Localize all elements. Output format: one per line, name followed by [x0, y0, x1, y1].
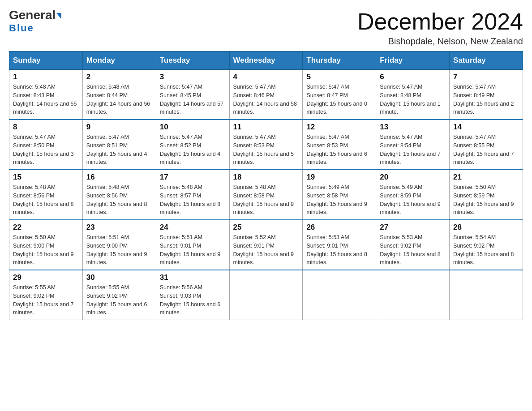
- day-number: 24: [160, 223, 226, 232]
- day-number: 26: [306, 223, 372, 232]
- calendar-cell: 10 Sunrise: 5:47 AM Sunset: 8:52 PM Dayl…: [156, 120, 229, 170]
- day-info: Sunrise: 5:47 AM Sunset: 8:52 PM Dayligh…: [160, 133, 226, 167]
- day-info: Sunrise: 5:47 AM Sunset: 8:54 PM Dayligh…: [380, 133, 446, 167]
- logo-text-line2: Blue: [9, 22, 34, 34]
- logo-text-line1: General: [9, 9, 61, 21]
- calendar-cell: 11 Sunrise: 5:47 AM Sunset: 8:53 PM Dayl…: [229, 120, 303, 170]
- calendar-cell: 7 Sunrise: 5:47 AM Sunset: 8:49 PM Dayli…: [450, 70, 523, 120]
- day-info: Sunrise: 5:47 AM Sunset: 8:55 PM Dayligh…: [453, 133, 519, 167]
- weekday-header-tuesday: Tuesday: [156, 51, 229, 70]
- calendar-cell: 21 Sunrise: 5:50 AM Sunset: 8:59 PM Dayl…: [450, 170, 523, 220]
- weekday-header-wednesday: Wednesday: [229, 51, 303, 70]
- day-info: Sunrise: 5:53 AM Sunset: 9:01 PM Dayligh…: [306, 233, 372, 267]
- calendar-cell: [450, 270, 523, 320]
- day-info: Sunrise: 5:50 AM Sunset: 8:59 PM Dayligh…: [453, 183, 519, 217]
- week-row-4: 22 Sunrise: 5:50 AM Sunset: 9:00 PM Dayl…: [9, 220, 523, 270]
- day-number: 12: [306, 123, 372, 132]
- day-number: 1: [13, 73, 79, 81]
- month-title: December 2024: [357, 9, 523, 34]
- day-info: Sunrise: 5:48 AM Sunset: 8:56 PM Dayligh…: [86, 183, 152, 217]
- calendar-cell: 5 Sunrise: 5:47 AM Sunset: 8:47 PM Dayli…: [303, 70, 376, 120]
- day-number: 28: [453, 223, 519, 232]
- day-info: Sunrise: 5:49 AM Sunset: 8:58 PM Dayligh…: [306, 183, 372, 217]
- day-number: 13: [380, 123, 446, 132]
- day-number: 23: [86, 223, 152, 232]
- calendar-cell: 24 Sunrise: 5:51 AM Sunset: 9:01 PM Dayl…: [156, 220, 229, 270]
- day-info: Sunrise: 5:48 AM Sunset: 8:56 PM Dayligh…: [13, 183, 79, 217]
- day-number: 29: [13, 273, 79, 282]
- week-row-1: 1 Sunrise: 5:48 AM Sunset: 8:43 PM Dayli…: [9, 70, 523, 120]
- calendar-cell: 9 Sunrise: 5:47 AM Sunset: 8:51 PM Dayli…: [82, 120, 156, 170]
- calendar-cell: 28 Sunrise: 5:54 AM Sunset: 9:02 PM Dayl…: [450, 220, 523, 270]
- calendar-cell: 3 Sunrise: 5:47 AM Sunset: 8:45 PM Dayli…: [156, 70, 229, 120]
- day-info: Sunrise: 5:54 AM Sunset: 9:02 PM Dayligh…: [453, 233, 519, 267]
- day-number: 11: [233, 123, 299, 132]
- day-number: 25: [233, 223, 299, 232]
- day-info: Sunrise: 5:48 AM Sunset: 8:57 PM Dayligh…: [160, 183, 226, 217]
- week-row-3: 15 Sunrise: 5:48 AM Sunset: 8:56 PM Dayl…: [9, 170, 523, 220]
- day-info: Sunrise: 5:56 AM Sunset: 9:03 PM Dayligh…: [160, 283, 226, 317]
- calendar-cell: 15 Sunrise: 5:48 AM Sunset: 8:56 PM Dayl…: [9, 170, 83, 220]
- day-info: Sunrise: 5:51 AM Sunset: 9:01 PM Dayligh…: [160, 233, 226, 267]
- weekday-header-row: SundayMondayTuesdayWednesdayThursdayFrid…: [9, 51, 523, 70]
- day-info: Sunrise: 5:47 AM Sunset: 8:53 PM Dayligh…: [306, 133, 372, 167]
- calendar-cell: [376, 270, 450, 320]
- calendar-cell: 16 Sunrise: 5:48 AM Sunset: 8:56 PM Dayl…: [82, 170, 156, 220]
- day-number: 2: [86, 73, 152, 81]
- weekday-header-thursday: Thursday: [303, 51, 376, 70]
- calendar-table: SundayMondayTuesdayWednesdayThursdayFrid…: [9, 51, 523, 320]
- day-number: 5: [306, 73, 372, 81]
- calendar-cell: 4 Sunrise: 5:47 AM Sunset: 8:46 PM Dayli…: [229, 70, 303, 120]
- day-info: Sunrise: 5:47 AM Sunset: 8:51 PM Dayligh…: [86, 133, 152, 167]
- week-row-5: 29 Sunrise: 5:55 AM Sunset: 9:02 PM Dayl…: [9, 270, 523, 320]
- day-info: Sunrise: 5:47 AM Sunset: 8:49 PM Dayligh…: [453, 83, 519, 116]
- calendar-cell: 20 Sunrise: 5:49 AM Sunset: 8:59 PM Dayl…: [376, 170, 450, 220]
- day-number: 19: [306, 173, 372, 182]
- calendar-cell: 1 Sunrise: 5:48 AM Sunset: 8:43 PM Dayli…: [9, 70, 83, 120]
- logo: General Blue: [9, 9, 61, 34]
- day-info: Sunrise: 5:53 AM Sunset: 9:02 PM Dayligh…: [380, 233, 446, 267]
- day-number: 21: [453, 173, 519, 182]
- page-header: General Blue December 2024 Bishopdale, N…: [9, 9, 523, 47]
- title-block: December 2024 Bishopdale, Nelson, New Ze…: [357, 9, 523, 47]
- calendar-cell: 2 Sunrise: 5:48 AM Sunset: 8:44 PM Dayli…: [82, 70, 156, 120]
- day-number: 10: [160, 123, 226, 132]
- weekday-header-saturday: Saturday: [450, 51, 523, 70]
- day-info: Sunrise: 5:55 AM Sunset: 9:02 PM Dayligh…: [86, 283, 152, 317]
- day-number: 6: [380, 73, 446, 81]
- calendar-cell: 6 Sunrise: 5:47 AM Sunset: 8:48 PM Dayli…: [376, 70, 450, 120]
- day-number: 31: [160, 273, 226, 282]
- day-number: 22: [13, 223, 79, 232]
- day-info: Sunrise: 5:48 AM Sunset: 8:43 PM Dayligh…: [13, 83, 79, 116]
- weekday-header-friday: Friday: [376, 51, 450, 70]
- day-number: 9: [86, 123, 152, 132]
- day-number: 8: [13, 123, 79, 132]
- calendar-cell: 29 Sunrise: 5:55 AM Sunset: 9:02 PM Dayl…: [9, 270, 83, 320]
- day-info: Sunrise: 5:47 AM Sunset: 8:47 PM Dayligh…: [306, 83, 372, 116]
- calendar-cell: 8 Sunrise: 5:47 AM Sunset: 8:50 PM Dayli…: [9, 120, 83, 170]
- day-number: 30: [86, 273, 152, 282]
- calendar-cell: 14 Sunrise: 5:47 AM Sunset: 8:55 PM Dayl…: [450, 120, 523, 170]
- calendar-cell: 30 Sunrise: 5:55 AM Sunset: 9:02 PM Dayl…: [82, 270, 156, 320]
- day-number: 18: [233, 173, 299, 182]
- calendar-cell: 23 Sunrise: 5:51 AM Sunset: 9:00 PM Dayl…: [82, 220, 156, 270]
- calendar-cell: 12 Sunrise: 5:47 AM Sunset: 8:53 PM Dayl…: [303, 120, 376, 170]
- day-info: Sunrise: 5:48 AM Sunset: 8:58 PM Dayligh…: [233, 183, 299, 217]
- day-info: Sunrise: 5:55 AM Sunset: 9:02 PM Dayligh…: [13, 283, 79, 317]
- day-number: 4: [233, 73, 299, 81]
- location-subtitle: Bishopdale, Nelson, New Zealand: [357, 36, 523, 47]
- day-info: Sunrise: 5:47 AM Sunset: 8:48 PM Dayligh…: [380, 83, 446, 116]
- day-number: 14: [453, 123, 519, 132]
- calendar-cell: 13 Sunrise: 5:47 AM Sunset: 8:54 PM Dayl…: [376, 120, 450, 170]
- day-info: Sunrise: 5:48 AM Sunset: 8:44 PM Dayligh…: [86, 83, 152, 116]
- day-number: 17: [160, 173, 226, 182]
- day-number: 20: [380, 173, 446, 182]
- day-info: Sunrise: 5:51 AM Sunset: 9:00 PM Dayligh…: [86, 233, 152, 267]
- week-row-2: 8 Sunrise: 5:47 AM Sunset: 8:50 PM Dayli…: [9, 120, 523, 170]
- day-info: Sunrise: 5:47 AM Sunset: 8:53 PM Dayligh…: [233, 133, 299, 167]
- calendar-cell: 31 Sunrise: 5:56 AM Sunset: 9:03 PM Dayl…: [156, 270, 229, 320]
- day-number: 7: [453, 73, 519, 81]
- calendar-cell: 26 Sunrise: 5:53 AM Sunset: 9:01 PM Dayl…: [303, 220, 376, 270]
- weekday-header-monday: Monday: [82, 51, 156, 70]
- calendar-cell: 27 Sunrise: 5:53 AM Sunset: 9:02 PM Dayl…: [376, 220, 450, 270]
